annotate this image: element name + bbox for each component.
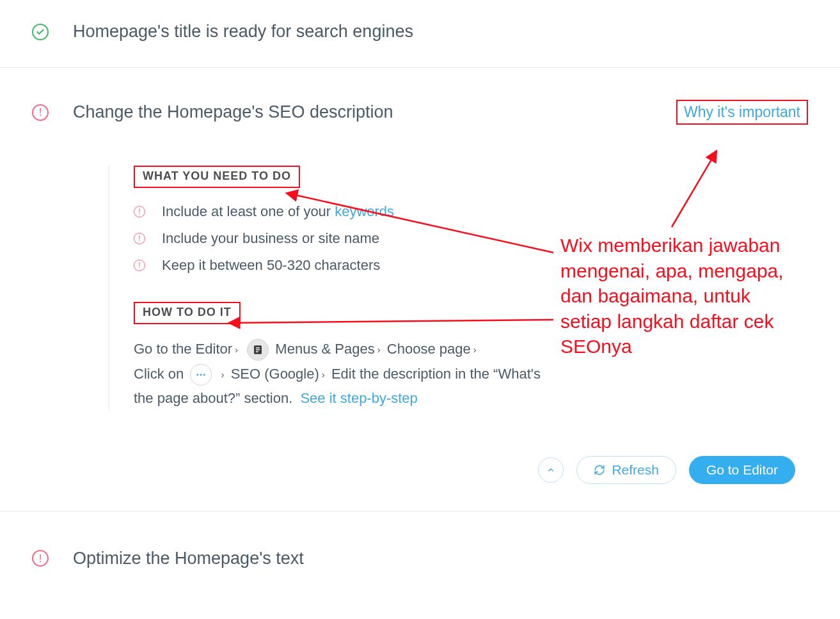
more-menu-icon: [190, 364, 212, 386]
optimize-title: Optimize the Homepage's text: [73, 549, 304, 568]
refresh-button[interactable]: Refresh: [576, 456, 676, 484]
list-item-text: Include at least one of your: [162, 203, 331, 220]
svg-rect-1: [256, 347, 260, 349]
annotation-text: Wix memberikan jawaban mengenai, apa, me…: [560, 233, 804, 359]
actions-row: Refresh Go to Editor: [32, 456, 808, 484]
warning-icon: !: [134, 206, 145, 217]
list-item: ! Keep it between 50-320 characters: [134, 257, 550, 274]
warning-icon: !: [32, 550, 73, 567]
collapse-button[interactable]: [538, 457, 564, 483]
check-icon: [32, 24, 73, 40]
list-item: ! Include your business or site name: [134, 230, 550, 247]
list-item-text: Keep it between 50-320 characters: [162, 257, 380, 274]
refresh-label: Refresh: [612, 462, 659, 478]
section-ready: Homepage's title is ready for search eng…: [0, 0, 840, 68]
how-heading: HOW TO DO IT: [134, 302, 241, 324]
go-editor-label: Go to Editor: [706, 462, 778, 478]
section-optimize-text: ! Optimize the Homepage's text: [0, 512, 840, 600]
list-item-text: Include your business or site name: [162, 230, 379, 247]
menus-pages-icon: [247, 339, 269, 361]
warning-icon: !: [32, 104, 73, 121]
svg-point-4: [197, 373, 199, 375]
change-title: Change the Homepage's SEO description: [73, 102, 393, 122]
requirements-list: ! Include at least one of your keywords …: [134, 203, 550, 274]
what-heading: WHAT YOU NEED TO DO: [134, 166, 300, 188]
svg-rect-3: [256, 351, 258, 352]
go-to-editor-button[interactable]: Go to Editor: [689, 456, 795, 484]
svg-rect-2: [256, 349, 260, 350]
why-important-link[interactable]: Why it's important: [676, 100, 808, 125]
ready-title: Homepage's title is ready for search eng…: [73, 22, 413, 42]
list-item: ! Include at least one of your keywords: [134, 203, 550, 220]
step-instructions: Go to the Editor› Menus & Pages› Choose …: [134, 337, 550, 411]
warning-icon: !: [134, 233, 145, 244]
svg-point-6: [203, 373, 205, 375]
instruction-card: WHAT YOU NEED TO DO ! Include at least o…: [109, 166, 550, 411]
warning-icon: !: [134, 260, 145, 271]
svg-point-5: [200, 373, 202, 375]
keywords-link[interactable]: keywords: [335, 203, 394, 220]
see-step-by-step-link[interactable]: See it step-by-step: [300, 390, 417, 406]
